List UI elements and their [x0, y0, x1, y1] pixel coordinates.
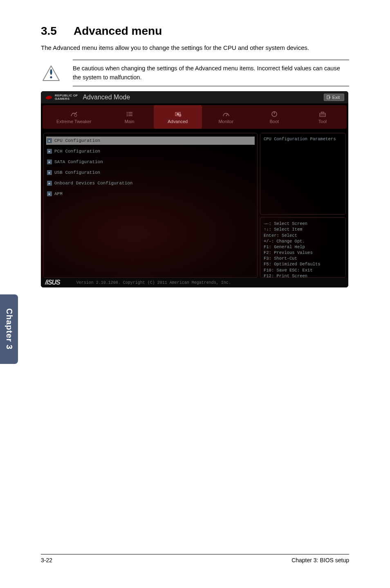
menu-label: USB Configuration	[54, 170, 100, 175]
menu-label: PCH Configuration	[54, 149, 100, 154]
menu-cpu-config[interactable]: ▸CPU Configuration	[46, 137, 255, 145]
chip-icon	[174, 110, 182, 118]
key-help-panel: →←: Select Screen ↑↓: Select Item Enter:…	[260, 217, 346, 278]
caution-note: Be cautious when changing the settings o…	[73, 60, 349, 87]
power-icon	[271, 110, 278, 118]
key-hint: F3: Short-Cut	[264, 256, 342, 261]
svg-rect-8	[128, 114, 132, 114]
tab-boot[interactable]: Boot	[250, 105, 298, 129]
caution-text: Be cautious when changing the settings o…	[61, 64, 349, 82]
svg-rect-18	[321, 112, 324, 113]
copyright-text: Version 2.10.1208. Copyright (C) 2011 Am…	[76, 281, 231, 285]
tab-bar: Extreme Tweaker Main Advanced Monitor Bo…	[43, 105, 347, 129]
footer-title: Chapter 3: BIOS setup	[291, 557, 349, 563]
key-hint: F12: Print Screen	[264, 273, 342, 279]
key-hint: F10: Save ESC: Exit	[264, 267, 342, 273]
svg-point-7	[126, 114, 127, 114]
help-text: CPU Configuration Parameters	[264, 137, 342, 141]
tab-label: Tool	[318, 119, 327, 124]
tab-tool[interactable]: Tool	[298, 105, 347, 129]
menu-label: CPU Configuration	[54, 138, 100, 143]
svg-point-4	[74, 114, 77, 117]
chevron-right-icon: ▸	[47, 170, 52, 175]
chevron-right-icon: ▸	[47, 191, 52, 196]
section-heading: 3.5Advanced menu	[41, 25, 349, 38]
key-hint: F1: General Help	[264, 244, 342, 250]
heading-title: Advanced menu	[74, 25, 162, 37]
exit-icon	[327, 95, 331, 99]
tab-main[interactable]: Main	[105, 105, 154, 129]
svg-point-1	[50, 69, 52, 75]
svg-point-5	[126, 112, 127, 113]
menu-apm[interactable]: ▸APM	[46, 190, 255, 198]
rog-brand: REPUBLIC OF GAMERS Advanced Mode	[45, 94, 130, 101]
key-hint: F5: Optimized Defaults	[264, 261, 342, 267]
tab-monitor[interactable]: Monitor	[202, 105, 250, 129]
key-hint: +/-: Change Opt.	[264, 238, 342, 244]
tab-label: Monitor	[218, 119, 233, 124]
chevron-right-icon: ▸	[47, 181, 52, 186]
bios-titlebar: REPUBLIC OF GAMERS Advanced Mode Exit	[41, 91, 348, 103]
exit-label: Exit	[332, 95, 340, 100]
svg-point-9	[126, 115, 127, 116]
asus-logo: /‌iSUS	[45, 279, 60, 286]
chapter-side-tab: Chapter 3	[0, 294, 18, 364]
intro-text: The Advanced menu items allow you to cha…	[41, 43, 349, 52]
tweaker-icon	[70, 110, 78, 118]
chevron-right-icon: ▸	[47, 149, 52, 154]
caution-icon	[41, 65, 61, 81]
chapter-label: Chapter 3	[4, 308, 14, 350]
key-hint: ↑↓: Select Item	[264, 227, 342, 232]
heading-number: 3.5	[41, 25, 74, 38]
brand-bottom: GAMERS	[55, 97, 78, 101]
menu-onboard-config[interactable]: ▸Onboard Devices Configuration	[46, 179, 255, 187]
menu-label: SATA Configuration	[54, 159, 103, 164]
list-icon	[126, 110, 133, 118]
chevron-right-icon: ▸	[47, 159, 52, 164]
gauge-icon	[222, 110, 230, 118]
svg-line-14	[226, 114, 228, 116]
menu-label: Onboard Devices Configuration	[54, 181, 132, 186]
rog-eye-icon	[45, 94, 52, 100]
menu-label: APM	[54, 191, 63, 196]
svg-rect-10	[128, 115, 132, 116]
svg-rect-6	[128, 112, 132, 113]
bios-footer: /‌iSUS Version 2.10.1208. Copyright (C) …	[41, 278, 348, 287]
menu-pch-config[interactable]: ▸PCH Configuration	[46, 147, 255, 155]
help-panel: CPU Configuration Parameters	[260, 133, 346, 215]
menu-list: ▸CPU Configuration ▸PCH Configuration ▸S…	[43, 133, 258, 278]
tab-extreme-tweaker[interactable]: Extreme Tweaker	[43, 105, 105, 129]
bios-screenshot: REPUBLIC OF GAMERS Advanced Mode Exit Ex…	[41, 91, 348, 287]
menu-usb-config[interactable]: ▸USB Configuration	[46, 168, 255, 177]
tab-label: Boot	[270, 119, 279, 124]
svg-point-2	[50, 76, 52, 78]
tab-label: Extreme Tweaker	[56, 119, 91, 124]
tab-label: Main	[125, 119, 134, 124]
page-number: 3-22	[41, 557, 52, 563]
toolbox-icon	[319, 110, 326, 118]
tab-label: Advanced	[168, 119, 188, 124]
menu-sata-config[interactable]: ▸SATA Configuration	[46, 158, 255, 166]
tab-advanced[interactable]: Advanced	[154, 105, 202, 129]
chevron-right-icon: ▸	[47, 138, 52, 143]
key-hint: F2: Previous Values	[264, 250, 342, 256]
exit-button[interactable]: Exit	[324, 94, 344, 101]
key-hint: Enter: Select	[264, 233, 342, 238]
key-hint: →←: Select Screen	[264, 221, 342, 227]
page-footer: 3-22 Chapter 3: BIOS setup	[41, 554, 349, 563]
mode-title: Advanced Mode	[83, 94, 130, 101]
